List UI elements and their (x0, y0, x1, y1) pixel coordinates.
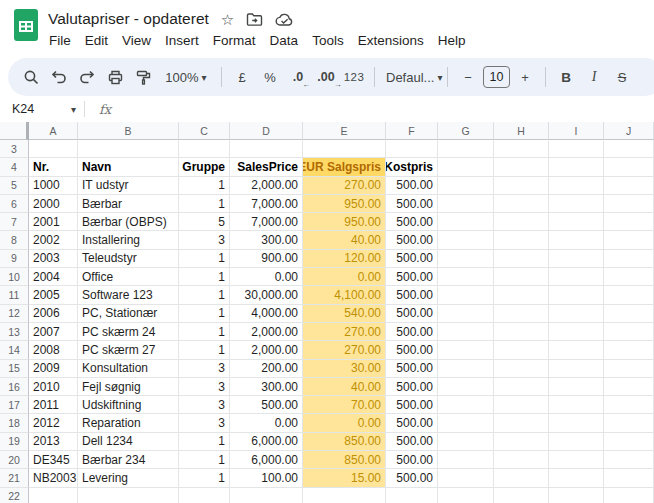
grid-cell-E4[interactable]: EUR Salgspris (303, 158, 386, 176)
grid-cell-F21[interactable]: 500.00 (386, 469, 438, 487)
grid-cell-G13[interactable] (438, 323, 494, 341)
grid-cell-H13[interactable] (494, 323, 549, 341)
row-header-5[interactable]: 5 (0, 177, 29, 195)
column-header-I[interactable]: I (549, 122, 604, 140)
grid-cell-D8[interactable]: 300.00 (230, 231, 303, 249)
grid-cell-E17[interactable]: 70.00 (303, 396, 386, 414)
grid-cell-I12[interactable] (549, 305, 604, 323)
grid-cell-A11[interactable]: 2005 (29, 286, 78, 304)
row-header-4[interactable]: 4 (0, 158, 29, 176)
grid-cell-I19[interactable] (549, 433, 604, 451)
grid-cell-D22[interactable] (230, 488, 303, 503)
grid-cell-H7[interactable] (494, 213, 549, 231)
grid-cell-I7[interactable] (549, 213, 604, 231)
grid-cell-B5[interactable]: IT udstyr (78, 177, 179, 195)
grid-cell-J3[interactable] (604, 140, 654, 158)
grid-cell-C20[interactable]: 1 (179, 451, 230, 469)
menu-item-help[interactable]: Help (431, 31, 473, 50)
grid-cell-E19[interactable]: 850.00 (303, 433, 386, 451)
grid-cell-H12[interactable] (494, 305, 549, 323)
grid-cell-B15[interactable]: Konsultation (78, 360, 179, 378)
grid-cell-D7[interactable]: 7,000.00 (230, 213, 303, 231)
column-header-G[interactable]: G (438, 122, 494, 140)
grid-cell-E21[interactable]: 15.00 (303, 469, 386, 487)
grid-cell-H9[interactable] (494, 250, 549, 268)
increase-font-size-button[interactable]: + (512, 64, 538, 90)
row-header-10[interactable]: 10 (0, 268, 29, 286)
grid-cell-B11[interactable]: Software 123 (78, 286, 179, 304)
grid-cell-H8[interactable] (494, 231, 549, 249)
grid-cell-F11[interactable]: 500.00 (386, 286, 438, 304)
grid-cell-A4[interactable]: Nr. (29, 158, 78, 176)
grid-cell-F6[interactable]: 500.00 (386, 195, 438, 213)
grid-cell-D21[interactable]: 100.00 (230, 469, 303, 487)
grid-cell-J21[interactable] (604, 469, 654, 487)
star-icon[interactable]: ☆ (221, 12, 234, 27)
menu-item-tools[interactable]: Tools (305, 31, 351, 50)
grid-cell-G21[interactable] (438, 469, 494, 487)
grid-cell-A5[interactable]: 1000 (29, 177, 78, 195)
grid-cell-I6[interactable] (549, 195, 604, 213)
row-header-15[interactable]: 15 (0, 360, 29, 378)
undo-button[interactable] (46, 64, 72, 90)
grid-cell-E6[interactable]: 950.00 (303, 195, 386, 213)
grid-cell-C16[interactable]: 3 (179, 378, 230, 396)
column-header-B[interactable]: B (78, 122, 179, 140)
grid-cell-E22[interactable] (303, 488, 386, 503)
grid-cell-D20[interactable]: 6,000.00 (230, 451, 303, 469)
grid-cell-C7[interactable]: 5 (179, 213, 230, 231)
grid-cell-I3[interactable] (549, 140, 604, 158)
grid-cell-A13[interactable]: 2007 (29, 323, 78, 341)
menu-item-format[interactable]: Format (206, 31, 263, 50)
grid-cell-D15[interactable]: 200.00 (230, 360, 303, 378)
grid-cell-E18[interactable]: 0.00 (303, 414, 386, 432)
row-header-8[interactable]: 8 (0, 231, 29, 249)
grid-cell-G11[interactable] (438, 286, 494, 304)
column-header-E[interactable]: E (303, 122, 386, 140)
grid-cell-I8[interactable] (549, 231, 604, 249)
grid-cell-A16[interactable]: 2010 (29, 378, 78, 396)
grid-cell-G6[interactable] (438, 195, 494, 213)
grid-cell-A22[interactable] (29, 488, 78, 503)
grid-cell-G17[interactable] (438, 396, 494, 414)
grid-cell-I11[interactable] (549, 286, 604, 304)
grid-cell-D16[interactable]: 300.00 (230, 378, 303, 396)
grid-cell-F9[interactable]: 500.00 (386, 250, 438, 268)
grid-cell-D9[interactable]: 900.00 (230, 250, 303, 268)
grid-cell-F7[interactable]: 500.00 (386, 213, 438, 231)
menu-item-edit[interactable]: Edit (78, 31, 115, 50)
name-box[interactable]: K24▾ (0, 102, 76, 116)
grid-cell-B6[interactable]: Bærbar (78, 195, 179, 213)
grid-cell-C19[interactable]: 1 (179, 433, 230, 451)
zoom-select[interactable]: 100%▾ (158, 64, 214, 90)
grid-cell-C13[interactable]: 1 (179, 323, 230, 341)
grid-cell-E8[interactable]: 40.00 (303, 231, 386, 249)
grid-cell-E9[interactable]: 120.00 (303, 250, 386, 268)
grid-cell-E15[interactable]: 30.00 (303, 360, 386, 378)
grid-cell-G9[interactable] (438, 250, 494, 268)
grid-cell-F18[interactable]: 500.00 (386, 414, 438, 432)
italic-button[interactable]: I (581, 64, 607, 90)
grid-cell-H11[interactable] (494, 286, 549, 304)
grid-cell-J22[interactable] (604, 488, 654, 503)
grid-cell-A7[interactable]: 2001 (29, 213, 78, 231)
grid-cell-D6[interactable]: 7,000.00 (230, 195, 303, 213)
grid-cell-J5[interactable] (604, 177, 654, 195)
grid-cell-H10[interactable] (494, 268, 549, 286)
grid-cell-G14[interactable] (438, 341, 494, 359)
currency-format-button[interactable]: £ (229, 64, 255, 90)
grid-cell-F19[interactable]: 500.00 (386, 433, 438, 451)
menu-item-view[interactable]: View (115, 31, 158, 50)
strikethrough-button[interactable]: S (609, 64, 635, 90)
grid-cell-C18[interactable]: 3 (179, 414, 230, 432)
move-folder-icon[interactable] (246, 12, 263, 27)
grid-cell-E7[interactable]: 950.00 (303, 213, 386, 231)
grid-cell-J4[interactable] (604, 158, 654, 176)
grid-cell-A14[interactable]: 2008 (29, 341, 78, 359)
document-title[interactable]: Valutapriser - opdateret (48, 10, 209, 28)
grid-cell-D13[interactable]: 2,000.00 (230, 323, 303, 341)
grid-cell-G22[interactable] (438, 488, 494, 503)
grid-cell-J8[interactable] (604, 231, 654, 249)
grid-cell-B4[interactable]: Navn (78, 158, 179, 176)
grid-cell-F12[interactable]: 500.00 (386, 305, 438, 323)
